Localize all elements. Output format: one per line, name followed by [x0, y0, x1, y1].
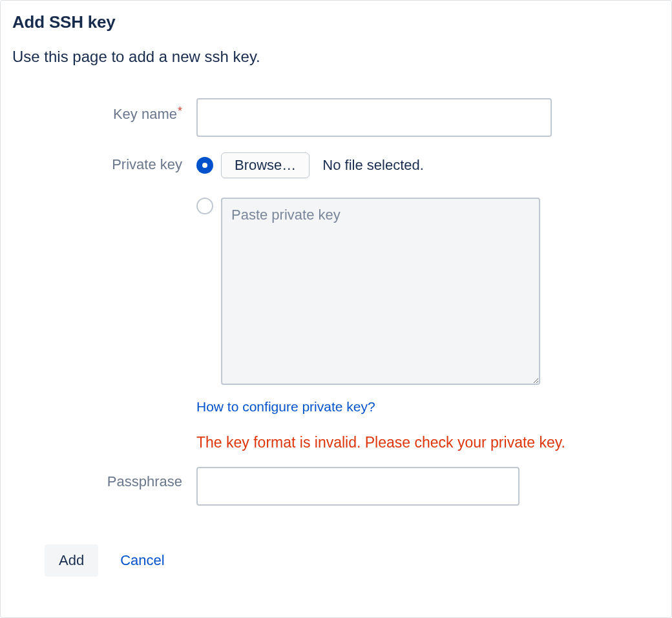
private-key-paste-radio[interactable]	[196, 198, 213, 214]
key-name-label-col: Key name*	[12, 98, 196, 123]
add-button[interactable]: Add	[45, 544, 98, 577]
passphrase-label: Passphrase	[107, 473, 182, 489]
required-indicator: *	[178, 105, 182, 118]
private-key-label: Private key	[112, 156, 182, 172]
key-name-input-col	[196, 98, 660, 137]
passphrase-input[interactable]	[196, 467, 520, 506]
key-name-label: Key name	[113, 106, 177, 122]
no-file-selected-text: No file selected.	[322, 157, 424, 174]
private-key-error-message: The key format is invalid. Please check …	[196, 434, 660, 451]
passphrase-label-col: Passphrase	[12, 467, 196, 490]
key-name-input[interactable]	[196, 98, 552, 137]
private-key-label-col: Private key	[12, 152, 196, 173]
key-name-row: Key name*	[12, 98, 660, 137]
passphrase-input-col	[196, 467, 660, 506]
configure-private-key-help-link[interactable]: How to configure private key?	[196, 399, 375, 415]
browse-button[interactable]: Browse…	[221, 152, 310, 178]
passphrase-row: Passphrase	[12, 467, 660, 506]
add-ssh-key-panel: Add SSH key Use this page to add a new s…	[0, 0, 672, 618]
private-key-paste-textarea[interactable]	[221, 198, 540, 385]
form-actions: Add Cancel	[45, 544, 660, 577]
ssh-key-form: Key name* Private key Browse… No file se…	[12, 98, 660, 577]
private-key-input-col: Browse… No file selected. How to configu…	[196, 152, 660, 451]
private-key-paste-option	[196, 198, 660, 385]
page-title: Add SSH key	[12, 12, 660, 32]
page-subtitle: Use this page to add a new ssh key.	[12, 48, 660, 66]
private-key-file-radio[interactable]	[196, 157, 213, 174]
private-key-row: Private key Browse… No file selected. Ho…	[12, 152, 660, 451]
cancel-link[interactable]: Cancel	[120, 552, 164, 569]
private-key-file-option: Browse… No file selected.	[196, 152, 660, 178]
